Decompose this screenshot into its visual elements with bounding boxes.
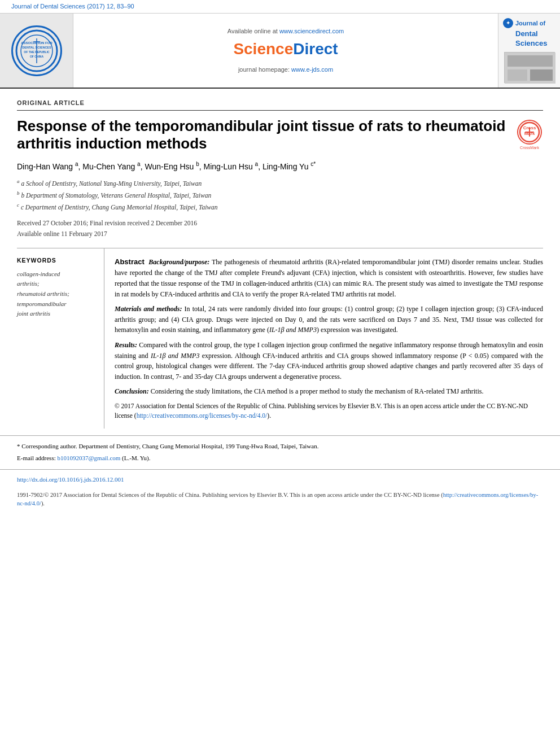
results-text: Compared with the control group, the typ… [115,341,543,381]
available-online-date: Available online 11 February 2017 [17,229,543,239]
conclusion-head: Conclusion: [115,387,149,395]
page: Journal of Dental Sciences (2017) 12, 83… [0,0,560,747]
abstract-results: Results: Compared with the control group… [115,340,543,382]
keyword-2: rheumatoid arthritis; [17,289,97,299]
journal-cite-text: Journal of Dental Sciences (2017) 12, 83… [11,3,134,10]
journal-name-logo: ✦ Journal of Dental Sciences [503,18,555,49]
article-type: ORIGINAL ARTICLE [17,99,543,110]
journal-banner: ASSOCIATION FOR DENTAL SCIENCES OF THE R… [0,13,560,89]
copyright-text: © 2017 Association for Dental Sciences o… [115,401,543,421]
abstract-body: Abstract Background/purpose: The pathoge… [104,248,543,429]
copyright-url[interactable]: http://creativecommons.org/licenses/by-n… [137,412,268,419]
bottom-notice-url[interactable]: http://creativecommons.org/licenses/by-n… [17,492,538,507]
homepage-text: journal homepage: www.e-jds.com [238,65,333,74]
dates-section: Received 27 October 2016; Final revision… [17,218,543,239]
journal-logo-right: ✦ Journal of Dental Sciences [498,14,560,88]
available-url[interactable]: www.sciencedirect.com [279,28,344,34]
svg-rect-10 [508,69,527,81]
svg-rect-11 [530,69,553,81]
crossmark-label: CrossMark [520,145,539,151]
authors-line: Ding-Han Wang a, Mu-Chen Yang a, Wun-Eng… [17,160,543,172]
affiliation-b: b b Department of Stomatology, Veterans … [17,190,543,200]
affiliations: a a School of Dentistry, National Yang-M… [17,178,543,212]
svg-rect-9 [508,55,553,67]
keywords-list: collagen-inducedarthritis; rheumatoid ar… [17,269,97,319]
article-title-row: Response of the temporomandibular joint … [17,117,543,152]
email-line: E-mail address: b101092037@gmail.com (L.… [17,453,543,463]
keyword-1: collagen-inducedarthritis; [17,269,97,289]
university-seal: ASSOCIATION FOR DENTAL SCIENCES OF THE R… [11,25,62,76]
footer-section: * Corresponding author. Department of De… [0,435,560,469]
affiliation-c: c c Department of Dentistry, Chang Gung … [17,202,543,212]
homepage-url[interactable]: www.e-jds.com [291,66,333,73]
conclusion-text: Considering the study limitations, the C… [149,387,484,395]
abstract-label: Abstract [115,257,145,266]
background-head: Background/purpose: [148,258,209,266]
article-content: ORIGINAL ARTICLE Response of the temporo… [0,89,560,435]
journal-name-line1: Journal of [515,19,545,27]
banner-center: Available online at www.sciencedirect.co… [73,14,498,88]
methods-head: Materials and methods: [115,305,182,313]
bottom-notice-text: 1991-7902/© 2017 Association for Dental … [17,492,538,507]
journal-name-line3: Sciences [515,39,555,49]
abstract-conclusion: Conclusion: Considering the study limita… [115,386,543,397]
available-text: Available online at www.sciencedirect.co… [228,27,344,36]
crossmark-badge: Cross Mark CrossMark [516,120,543,147]
results-head: Results: [115,341,137,349]
main-body: KEYWORDS collagen-inducedarthritis; rheu… [17,248,543,429]
keyword-3: temporomandibularjoint arthritis [17,299,97,319]
affiliation-a: a a School of Dentistry, National Yang-M… [17,178,543,189]
journal-icon: ✦ [503,18,513,28]
journal-name-line2: Dental [515,29,555,39]
received-date: Received 27 October 2016; Final revision… [17,218,543,228]
sciencedirect-logo: ScienceDirect [233,38,338,60]
doi-section: http://dx.doi.org/10.1016/j.jds.2016.12.… [0,469,560,488]
doi-link[interactable]: http://dx.doi.org/10.1016/j.jds.2016.12.… [17,476,124,483]
corresponding-author-note: * Corresponding author. Department of De… [17,442,543,451]
journal-cite-bar: Journal of Dental Sciences (2017) 12, 83… [0,0,560,13]
abstract-methods: Materials and methods: In total, 24 rats… [115,304,543,335]
bottom-notice: 1991-7902/© 2017 Association for Dental … [0,488,560,513]
keywords-title: KEYWORDS [17,256,97,265]
crossmark-icon: Cross Mark [517,120,542,145]
keywords-sidebar: KEYWORDS collagen-inducedarthritis; rheu… [17,248,104,429]
journal-logo-left: ASSOCIATION FOR DENTAL SCIENCES OF THE R… [0,14,73,88]
article-title: Response of the temporomandibular joint … [17,117,508,152]
email-link[interactable]: b101092037@gmail.com [57,455,120,461]
journal-cover-image [504,52,555,83]
abstract-background: Abstract Background/purpose: The pathoge… [115,256,543,299]
